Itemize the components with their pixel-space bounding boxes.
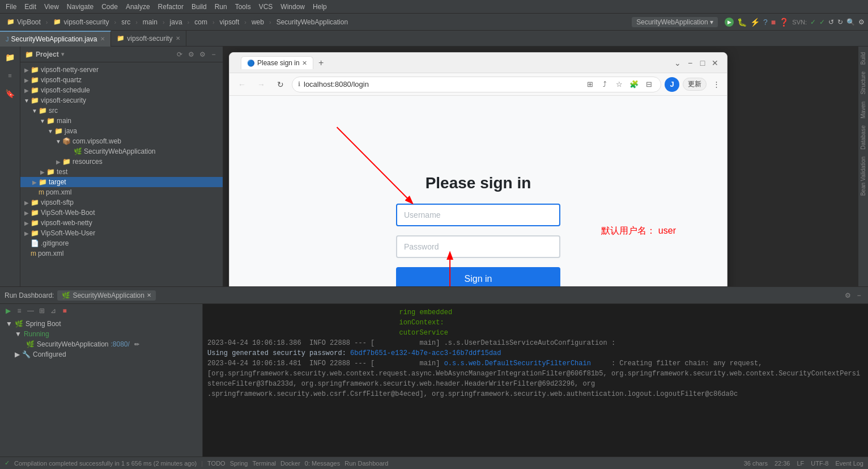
right-tab-maven[interactable]: Maven xyxy=(859,98,867,122)
menu-analyze[interactable]: Analyze xyxy=(122,2,154,12)
extensions-icon[interactable]: 🧩 xyxy=(628,78,640,91)
spring-edit-icon[interactable]: ✏ xyxy=(134,341,139,348)
search-btn[interactable]: 🔍 xyxy=(846,18,855,26)
menu-tools[interactable]: Tools xyxy=(232,2,254,12)
menu-view[interactable]: View xyxy=(41,2,62,12)
breadcrumb-web[interactable]: web xyxy=(249,17,267,27)
breadcrumb-com[interactable]: com xyxy=(192,17,210,27)
tab-vipsoft-security[interactable]: 📁 vipsoft-security ✕ xyxy=(111,31,186,47)
project-tool-btn[interactable]: 📁 xyxy=(2,49,19,66)
breadcrumb-src[interactable]: src xyxy=(118,17,133,27)
status-docker[interactable]: Docker xyxy=(280,460,300,467)
nav-back-btn[interactable]: ← xyxy=(234,77,250,92)
spring-configured-item[interactable]: ▶ 🔧 Configured xyxy=(3,349,199,360)
menu-code[interactable]: Code xyxy=(98,2,121,12)
spring-boot-item[interactable]: ▼ 🌿 Spring Boot xyxy=(3,319,199,329)
tree-item-netty-server[interactable]: ▶ 📁 vipsoft-netty-server xyxy=(20,65,223,75)
breadcrumb-vipboot[interactable]: 📁 VipBoot xyxy=(3,16,44,28)
spring-filter-icon[interactable]: ⊿ xyxy=(49,306,58,315)
tree-item-resources[interactable]: ▶ 📁 resources xyxy=(20,157,223,167)
spring-running-item[interactable]: ▼ Running xyxy=(3,329,199,339)
status-spring[interactable]: Spring xyxy=(230,460,248,467)
gear-icon[interactable]: ⚙ xyxy=(186,50,195,59)
menu-run[interactable]: Run xyxy=(211,2,231,12)
menu-file[interactable]: File xyxy=(2,2,20,12)
status-todo[interactable]: TODO xyxy=(207,460,225,467)
right-tab-bean[interactable]: Bean Validation xyxy=(859,153,867,199)
right-tab-structure[interactable]: Structure xyxy=(859,68,867,98)
nav-forward-btn[interactable]: → xyxy=(253,77,269,92)
tree-item-test[interactable]: ▶ 📁 test xyxy=(20,167,223,177)
run-button[interactable]: ▶ xyxy=(725,18,734,27)
menu-help[interactable]: Help xyxy=(309,2,330,12)
spring-list-icon[interactable]: ≡ xyxy=(15,306,24,315)
debug-btn[interactable]: 🐛 xyxy=(737,18,747,27)
spring-grid-icon[interactable]: ⊞ xyxy=(37,306,46,315)
breadcrumb-main[interactable]: main xyxy=(140,17,160,27)
menu-build[interactable]: Build xyxy=(188,2,210,12)
run-db-close-btn[interactable]: ✕ xyxy=(147,292,151,298)
breadcrumb-java[interactable]: java xyxy=(167,17,185,27)
tab-close-2[interactable]: ✕ xyxy=(176,35,180,41)
help-btn[interactable]: ? xyxy=(763,18,768,27)
tree-item-src[interactable]: ▼ 📁 src xyxy=(20,105,223,116)
menu-window[interactable]: Window xyxy=(277,2,308,12)
sign-in-button[interactable]: Sign in xyxy=(396,267,560,286)
new-tab-button[interactable]: + xyxy=(314,56,328,70)
user-profile-btn[interactable]: J xyxy=(665,77,679,92)
nav-refresh-btn[interactable]: ↻ xyxy=(273,77,288,92)
svn-tick[interactable]: ✓ xyxy=(819,18,825,26)
right-tab-build[interactable]: Build xyxy=(859,49,867,68)
tree-item-target[interactable]: ▶ 📁 target xyxy=(20,177,223,187)
breadcrumb-app[interactable]: SecurityWebApplication xyxy=(274,17,351,27)
tree-item-schedule[interactable]: ▶ 📁 vipsoft-schedule xyxy=(20,85,223,95)
browser-maximize-btn[interactable]: □ xyxy=(697,58,708,68)
spring-app-item[interactable]: 🌿 SecurityWebApplication :8080/ ✏ xyxy=(3,339,199,349)
update-button[interactable]: 更新 xyxy=(683,78,707,91)
tree-item-security[interactable]: ▼ 📁 vipsoft-security xyxy=(20,95,223,105)
menu-edit[interactable]: Edit xyxy=(21,2,40,12)
tree-item-main[interactable]: ▼ 📁 main xyxy=(20,116,223,126)
settings2-icon[interactable]: ⚙ xyxy=(198,50,207,59)
sidebar-icon[interactable]: ⊟ xyxy=(643,78,655,91)
tree-item-security-web-app[interactable]: ▶ 🌿 SecurityWebApplication xyxy=(20,146,223,157)
star-icon[interactable]: ☆ xyxy=(613,78,626,91)
menu-refactor[interactable]: Refactor xyxy=(155,2,187,12)
status-run-dashboard[interactable]: Run Dashboard xyxy=(344,460,388,467)
browser-minimize-btn[interactable]: − xyxy=(685,58,695,68)
run-db-settings-icon[interactable]: ⚙ xyxy=(843,291,852,300)
help2-btn[interactable]: ❓ xyxy=(779,18,789,27)
status-terminal[interactable]: Terminal xyxy=(252,460,276,467)
spring-debug-icon[interactable]: ■ xyxy=(60,306,69,315)
status-event-log[interactable]: Event Log xyxy=(835,460,863,467)
breadcrumb-vipsoft[interactable]: vipsoft xyxy=(217,17,242,27)
svn-forward[interactable]: ↻ xyxy=(837,18,843,26)
tree-item-web-boot[interactable]: ▶ 📁 VipSoft-Web-Boot xyxy=(20,208,223,218)
tab-close-1[interactable]: ✕ xyxy=(100,36,105,42)
tree-item-web-netty[interactable]: ▶ 📁 vipsoft-web-netty xyxy=(20,218,223,228)
run-db-minimize-icon[interactable]: − xyxy=(854,291,863,300)
bookmark-btn[interactable]: 🔖 xyxy=(2,85,19,102)
collapse-icon[interactable]: − xyxy=(209,50,218,59)
share-icon[interactable]: ⤴ xyxy=(598,78,611,91)
svn-check[interactable]: ✓ xyxy=(810,18,816,26)
settings-btn[interactable]: ⚙ xyxy=(858,18,865,26)
username-input[interactable] xyxy=(396,204,560,226)
tree-item-pom-security[interactable]: ▶ m pom.xml xyxy=(20,187,223,197)
status-messages[interactable]: 0: Messages xyxy=(305,460,340,467)
translate-icon[interactable]: ⊞ xyxy=(584,78,596,91)
run-config-selector[interactable]: SecurityWebApplication ▾ xyxy=(632,17,718,27)
menu-dots-icon[interactable]: ⋮ xyxy=(710,78,722,91)
right-tab-database[interactable]: Database xyxy=(859,122,867,153)
profile-btn[interactable]: ⚡ xyxy=(750,18,760,27)
password-input[interactable] xyxy=(396,235,560,258)
browser-close-btn[interactable]: ✕ xyxy=(710,58,720,68)
menu-navigate[interactable]: Navigate xyxy=(63,2,97,12)
browser-collapse-btn[interactable]: ⌄ xyxy=(673,58,683,68)
tab-security-web-application[interactable]: J SecurityWebApplication.java ✕ xyxy=(0,31,111,47)
spring-dash-icon[interactable]: — xyxy=(26,306,35,315)
menu-vcs[interactable]: VCS xyxy=(256,2,276,12)
tree-item-pom-root[interactable]: ▶ m pom.xml xyxy=(20,248,223,259)
tree-item-java[interactable]: ▼ 📁 java xyxy=(20,126,223,136)
run-dashboard-app-tag[interactable]: 🌿 SecurityWebApplication ✕ xyxy=(57,290,156,301)
